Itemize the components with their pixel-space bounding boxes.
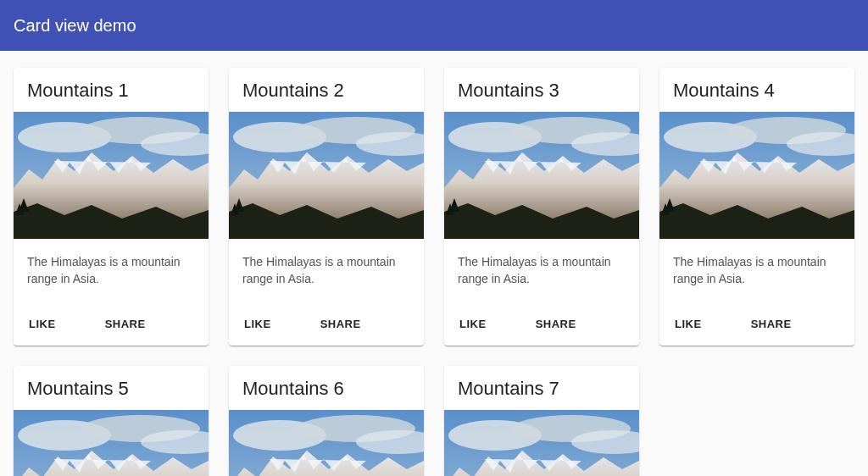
card-image <box>14 112 209 239</box>
app-title: Card view demo <box>14 16 136 36</box>
like-button[interactable]: LIKE <box>236 311 280 337</box>
card-actions: LIKE SHARE <box>14 304 209 346</box>
card: Mountains 4 The Himalayas is a mountain … <box>659 68 854 346</box>
card-title: Mountains 3 <box>444 68 639 112</box>
card-actions: LIKE SHARE <box>659 304 854 346</box>
card-image <box>444 410 639 476</box>
card-image <box>229 112 424 239</box>
card: Mountains 7 The Himalayas is a mountain … <box>444 366 639 476</box>
card-image <box>444 112 639 239</box>
card: Mountains 3 The Himalayas is a mountain … <box>444 68 639 346</box>
card: Mountains 5 The Himalayas is a mountain … <box>14 366 209 476</box>
like-button[interactable]: LIKE <box>20 311 64 337</box>
app-header: Card view demo <box>0 0 868 51</box>
card: Mountains 2 The Himalayas is a mountain … <box>229 68 424 346</box>
card-image <box>229 410 424 476</box>
card-description: The Himalayas is a mountain range in Asi… <box>14 239 209 304</box>
card-image <box>659 112 854 239</box>
card-grid: Mountains 1 <box>0 51 868 476</box>
card-image <box>14 410 209 476</box>
card-actions: LIKE SHARE <box>229 304 424 346</box>
share-button[interactable]: SHARE <box>743 311 800 337</box>
share-button[interactable]: SHARE <box>97 311 154 337</box>
share-button[interactable]: SHARE <box>312 311 370 337</box>
card-title: Mountains 2 <box>229 68 424 112</box>
card-actions: LIKE SHARE <box>444 304 639 346</box>
card: Mountains 1 <box>14 68 209 346</box>
card-description: The Himalayas is a mountain range in Asi… <box>659 239 854 304</box>
card-title: Mountains 6 <box>229 366 424 410</box>
card-description: The Himalayas is a mountain range in Asi… <box>444 239 639 304</box>
card-title: Mountains 1 <box>14 68 209 112</box>
share-button[interactable]: SHARE <box>527 311 585 337</box>
like-button[interactable]: LIKE <box>666 311 710 337</box>
card-description: The Himalayas is a mountain range in Asi… <box>229 239 424 304</box>
card-title: Mountains 7 <box>444 366 639 410</box>
card-title: Mountains 5 <box>14 366 209 410</box>
card: Mountains 6 The Himalayas is a mountain … <box>229 366 424 476</box>
card-title: Mountains 4 <box>659 68 854 112</box>
like-button[interactable]: LIKE <box>451 311 495 337</box>
